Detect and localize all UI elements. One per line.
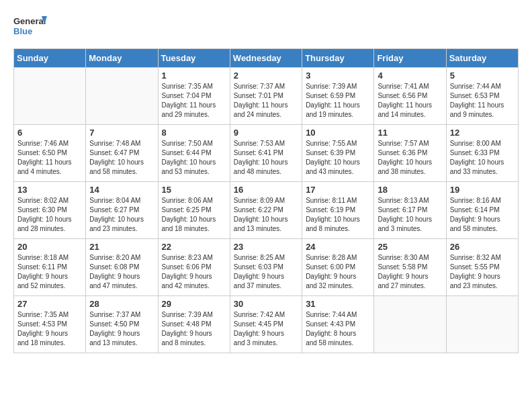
col-header-monday: Monday	[86, 49, 158, 68]
day-info: Sunrise: 8:00 AM Sunset: 6:33 PM Dayligh…	[450, 139, 515, 177]
col-header-tuesday: Tuesday	[158, 49, 230, 68]
col-header-thursday: Thursday	[302, 49, 374, 68]
day-info: Sunrise: 8:16 AM Sunset: 6:14 PM Dayligh…	[450, 196, 515, 234]
page-header: General Blue	[13, 13, 519, 42]
calendar-cell: 11Sunrise: 7:57 AM Sunset: 6:36 PM Dayli…	[374, 125, 446, 182]
day-info: Sunrise: 7:35 AM Sunset: 4:53 PM Dayligh…	[17, 310, 82, 348]
day-number: 26	[450, 242, 515, 252]
calendar-cell: 2Sunrise: 7:37 AM Sunset: 7:01 PM Daylig…	[230, 68, 302, 125]
day-info: Sunrise: 7:41 AM Sunset: 6:56 PM Dayligh…	[378, 82, 442, 120]
day-number: 15	[162, 185, 226, 195]
day-info: Sunrise: 8:11 AM Sunset: 6:19 PM Dayligh…	[306, 196, 370, 234]
day-number: 3	[306, 71, 370, 81]
day-info: Sunrise: 8:25 AM Sunset: 6:03 PM Dayligh…	[234, 253, 298, 291]
calendar-cell: 9Sunrise: 7:53 AM Sunset: 6:41 PM Daylig…	[230, 125, 302, 182]
calendar-cell: 29Sunrise: 7:39 AM Sunset: 4:48 PM Dayli…	[158, 296, 230, 353]
day-number: 18	[378, 185, 442, 195]
calendar-cell: 17Sunrise: 8:11 AM Sunset: 6:19 PM Dayli…	[302, 182, 374, 239]
day-number: 24	[306, 242, 370, 252]
day-info: Sunrise: 7:39 AM Sunset: 4:48 PM Dayligh…	[162, 310, 226, 348]
day-number: 20	[17, 242, 82, 252]
calendar-cell: 19Sunrise: 8:16 AM Sunset: 6:14 PM Dayli…	[446, 182, 518, 239]
day-info: Sunrise: 8:18 AM Sunset: 6:11 PM Dayligh…	[17, 253, 82, 291]
day-number: 13	[17, 185, 82, 195]
day-number: 11	[378, 128, 442, 138]
day-info: Sunrise: 8:13 AM Sunset: 6:17 PM Dayligh…	[378, 196, 442, 234]
calendar-week-row: 20Sunrise: 8:18 AM Sunset: 6:11 PM Dayli…	[14, 239, 519, 296]
day-number: 27	[17, 299, 82, 309]
calendar-cell	[374, 296, 446, 353]
calendar-cell: 3Sunrise: 7:39 AM Sunset: 6:59 PM Daylig…	[302, 68, 374, 125]
day-number: 8	[162, 128, 226, 138]
calendar-cell: 15Sunrise: 8:06 AM Sunset: 6:25 PM Dayli…	[158, 182, 230, 239]
calendar-cell: 23Sunrise: 8:25 AM Sunset: 6:03 PM Dayli…	[230, 239, 302, 296]
day-info: Sunrise: 8:09 AM Sunset: 6:22 PM Dayligh…	[234, 196, 298, 234]
day-number: 17	[306, 185, 370, 195]
day-number: 30	[234, 299, 298, 309]
day-info: Sunrise: 7:42 AM Sunset: 4:45 PM Dayligh…	[234, 310, 298, 348]
calendar-cell: 14Sunrise: 8:04 AM Sunset: 6:27 PM Dayli…	[86, 182, 158, 239]
day-number: 1	[162, 71, 226, 81]
day-number: 2	[234, 71, 298, 81]
calendar-week-row: 1Sunrise: 7:35 AM Sunset: 7:04 PM Daylig…	[14, 68, 519, 125]
day-info: Sunrise: 8:06 AM Sunset: 6:25 PM Dayligh…	[162, 196, 226, 234]
calendar-cell: 6Sunrise: 7:46 AM Sunset: 6:50 PM Daylig…	[14, 125, 86, 182]
col-header-saturday: Saturday	[446, 49, 518, 68]
day-info: Sunrise: 7:57 AM Sunset: 6:36 PM Dayligh…	[378, 139, 442, 177]
day-info: Sunrise: 7:39 AM Sunset: 6:59 PM Dayligh…	[306, 82, 370, 120]
calendar-cell	[14, 68, 86, 125]
day-number: 16	[234, 185, 298, 195]
day-number: 22	[162, 242, 226, 252]
day-number: 10	[306, 128, 370, 138]
day-info: Sunrise: 7:55 AM Sunset: 6:39 PM Dayligh…	[306, 139, 370, 177]
day-number: 19	[450, 185, 515, 195]
day-info: Sunrise: 7:44 AM Sunset: 6:53 PM Dayligh…	[450, 82, 515, 120]
day-number: 25	[378, 242, 442, 252]
day-info: Sunrise: 7:35 AM Sunset: 7:04 PM Dayligh…	[162, 82, 226, 120]
day-info: Sunrise: 7:48 AM Sunset: 6:47 PM Dayligh…	[89, 139, 154, 177]
calendar-header-row: SundayMondayTuesdayWednesdayThursdayFrid…	[14, 49, 519, 68]
day-number: 6	[17, 128, 82, 138]
calendar-cell: 21Sunrise: 8:20 AM Sunset: 6:08 PM Dayli…	[86, 239, 158, 296]
calendar-cell	[446, 296, 518, 353]
day-number: 21	[89, 242, 154, 252]
day-info: Sunrise: 7:46 AM Sunset: 6:50 PM Dayligh…	[17, 139, 82, 177]
calendar-cell: 25Sunrise: 8:30 AM Sunset: 5:58 PM Dayli…	[374, 239, 446, 296]
day-number: 28	[89, 299, 154, 309]
calendar-cell	[86, 68, 158, 125]
day-number: 23	[234, 242, 298, 252]
day-info: Sunrise: 8:20 AM Sunset: 6:08 PM Dayligh…	[89, 253, 154, 291]
calendar-table: SundayMondayTuesdayWednesdayThursdayFrid…	[13, 48, 519, 353]
day-info: Sunrise: 8:23 AM Sunset: 6:06 PM Dayligh…	[162, 253, 226, 291]
day-number: 14	[89, 185, 154, 195]
day-number: 12	[450, 128, 515, 138]
calendar-cell: 26Sunrise: 8:32 AM Sunset: 5:55 PM Dayli…	[446, 239, 518, 296]
calendar-cell: 31Sunrise: 7:44 AM Sunset: 4:43 PM Dayli…	[302, 296, 374, 353]
calendar-cell: 20Sunrise: 8:18 AM Sunset: 6:11 PM Dayli…	[14, 239, 86, 296]
day-number: 31	[306, 299, 370, 309]
day-info: Sunrise: 8:28 AM Sunset: 6:00 PM Dayligh…	[306, 253, 370, 291]
day-info: Sunrise: 7:37 AM Sunset: 7:01 PM Dayligh…	[234, 82, 298, 120]
day-info: Sunrise: 7:44 AM Sunset: 4:43 PM Dayligh…	[306, 310, 370, 348]
day-info: Sunrise: 8:04 AM Sunset: 6:27 PM Dayligh…	[89, 196, 154, 234]
day-info: Sunrise: 8:30 AM Sunset: 5:58 PM Dayligh…	[378, 253, 442, 291]
col-header-wednesday: Wednesday	[230, 49, 302, 68]
logo: General Blue	[13, 13, 47, 42]
calendar-cell: 4Sunrise: 7:41 AM Sunset: 6:56 PM Daylig…	[374, 68, 446, 125]
calendar-week-row: 6Sunrise: 7:46 AM Sunset: 6:50 PM Daylig…	[14, 125, 519, 182]
calendar-cell: 18Sunrise: 8:13 AM Sunset: 6:17 PM Dayli…	[374, 182, 446, 239]
calendar-cell: 1Sunrise: 7:35 AM Sunset: 7:04 PM Daylig…	[158, 68, 230, 125]
calendar-cell: 16Sunrise: 8:09 AM Sunset: 6:22 PM Dayli…	[230, 182, 302, 239]
svg-text:General: General	[13, 16, 46, 26]
col-header-sunday: Sunday	[14, 49, 86, 68]
calendar-cell: 30Sunrise: 7:42 AM Sunset: 4:45 PM Dayli…	[230, 296, 302, 353]
day-info: Sunrise: 7:37 AM Sunset: 4:50 PM Dayligh…	[89, 310, 154, 348]
day-number: 4	[378, 71, 442, 81]
col-header-friday: Friday	[374, 49, 446, 68]
day-info: Sunrise: 8:02 AM Sunset: 6:30 PM Dayligh…	[17, 196, 82, 234]
day-number: 7	[89, 128, 154, 138]
calendar-cell: 28Sunrise: 7:37 AM Sunset: 4:50 PM Dayli…	[86, 296, 158, 353]
calendar-cell: 5Sunrise: 7:44 AM Sunset: 6:53 PM Daylig…	[446, 68, 518, 125]
calendar-cell: 13Sunrise: 8:02 AM Sunset: 6:30 PM Dayli…	[14, 182, 86, 239]
day-number: 5	[450, 71, 515, 81]
